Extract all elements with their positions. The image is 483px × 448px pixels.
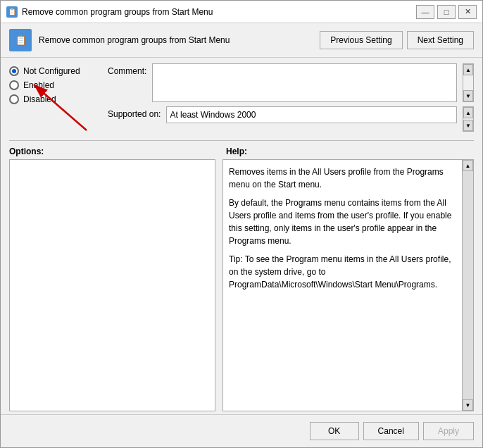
radio-not-configured-label: Not Configured (23, 66, 80, 76)
header-title: Remove common program groups from Start … (39, 35, 313, 45)
help-scrollbar: ▲ ▼ (462, 160, 473, 411)
section-labels: Options: Help: (1, 144, 482, 159)
supported-scroll-down[interactable]: ▼ (463, 120, 473, 131)
radio-disabled-label: Disabled (23, 94, 56, 104)
comment-label: Comment: (108, 63, 146, 76)
header-bar: 📋 Remove common program groups from Star… (1, 23, 482, 58)
radio-not-configured-circle[interactable] (9, 66, 19, 76)
window-title: Remove common program groups from Start … (22, 7, 416, 17)
apply-button[interactable]: Apply (423, 422, 474, 440)
maximize-button[interactable]: □ (437, 5, 456, 19)
next-setting-button[interactable]: Next Setting (407, 31, 474, 49)
comment-scrollbar: ▲ ▼ (463, 63, 474, 102)
divider (9, 140, 474, 141)
minimize-button[interactable]: — (416, 5, 434, 19)
options-panel (9, 159, 215, 411)
help-scroll-up[interactable]: ▲ (463, 160, 473, 171)
comment-textarea-wrapper (152, 63, 457, 102)
help-section-label: Help: (226, 147, 474, 156)
radio-disabled-circle[interactable] (9, 94, 19, 104)
help-paragraph-1: Removes items in the All Users profile f… (229, 166, 456, 191)
supported-value: At least Windows 2000 (166, 106, 457, 123)
radio-enabled[interactable]: Enabled (9, 80, 101, 90)
comment-row: Comment: ▲ ▼ (108, 63, 474, 102)
radio-disabled[interactable]: Disabled (9, 94, 101, 104)
comment-scroll-up[interactable]: ▲ (463, 64, 473, 75)
supported-row: Supported on: At least Windows 2000 ▲ ▼ (108, 106, 474, 132)
comment-textarea[interactable] (152, 63, 457, 102)
main-window: 📋 Remove common program groups from Star… (0, 0, 483, 448)
previous-setting-button[interactable]: Previous Setting (320, 31, 402, 49)
cancel-button[interactable]: Cancel (363, 422, 419, 440)
radio-enabled-circle[interactable] (9, 80, 19, 90)
left-panel: Not Configured Enabled Disabled (9, 63, 101, 132)
close-button[interactable]: ✕ (458, 5, 477, 19)
help-paragraph-3: Tip: To see the Program menu items in th… (229, 253, 456, 291)
help-text-content: Removes items in the All Users profile f… (223, 160, 462, 411)
supported-scroll-up[interactable]: ▲ (463, 107, 473, 118)
header-buttons: Previous Setting Next Setting (320, 31, 474, 49)
help-panel: Removes items in the All Users profile f… (222, 159, 474, 411)
help-scroll-down[interactable]: ▼ (463, 399, 473, 411)
content-area: Not Configured Enabled Disabled Comment: (1, 58, 482, 447)
title-bar: 📋 Remove common program groups from Star… (1, 1, 482, 23)
title-controls: — □ ✕ (416, 5, 477, 19)
svg-line-1 (34, 85, 87, 130)
ok-button[interactable]: OK (310, 422, 359, 440)
bottom-panels: Removes items in the All Users profile f… (1, 159, 482, 411)
supported-scrollbar: ▲ ▼ (463, 106, 474, 132)
window-icon: 📋 (6, 6, 18, 18)
comment-scroll-down[interactable]: ▼ (463, 90, 473, 101)
footer: OK Cancel Apply (1, 414, 482, 447)
radio-not-configured[interactable]: Not Configured (9, 66, 101, 76)
radio-enabled-label: Enabled (23, 80, 54, 90)
top-section: Not Configured Enabled Disabled Comment: (1, 58, 482, 137)
help-paragraph-2: By default, the Programs menu contains i… (229, 197, 456, 247)
header-icon: 📋 (9, 29, 32, 51)
help-scroll-track (463, 171, 473, 399)
right-panel: Comment: ▲ ▼ Supported on: At least Wind… (108, 63, 474, 132)
options-section-label: Options: (9, 147, 226, 156)
supported-label: Supported on: (108, 106, 161, 119)
